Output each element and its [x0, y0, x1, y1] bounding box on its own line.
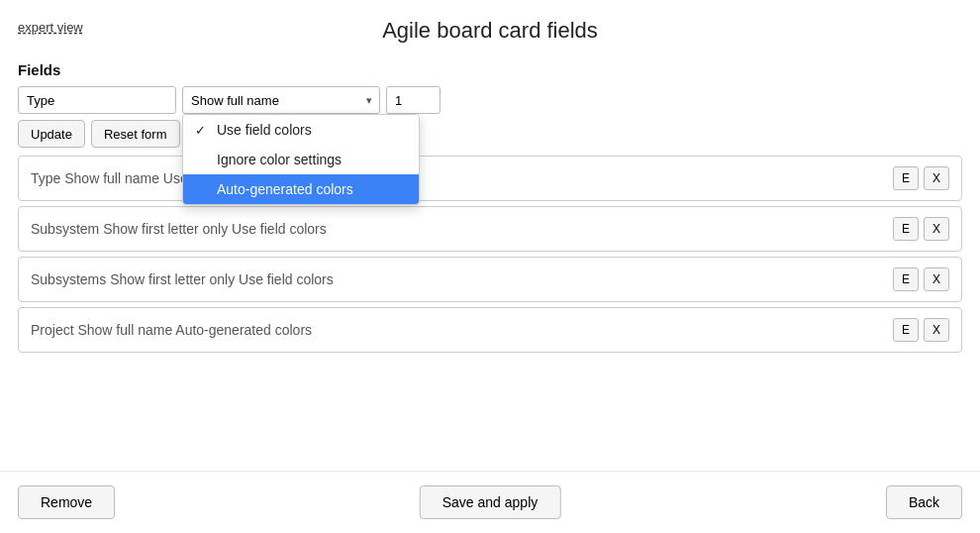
dropdown-item-auto-generated[interactable]: Auto-generated colors	[183, 174, 419, 204]
field-row-actions: E X	[893, 217, 949, 241]
footer-bar: Remove Save and apply Back	[0, 471, 980, 533]
edit-button-1[interactable]: E	[893, 217, 919, 241]
fields-label: Fields	[18, 61, 962, 78]
delete-button-3[interactable]: X	[924, 318, 949, 342]
field-row-text: Type Show full name Use field colors	[31, 170, 893, 186]
field-row-actions: E X	[893, 267, 949, 291]
dropdown-item-use-field-colors[interactable]: Use field colors	[183, 115, 419, 145]
delete-button-2[interactable]: X	[924, 267, 949, 291]
expert-view-link[interactable]: expert view	[18, 20, 83, 35]
field-row-text: Project Show full name Auto-generated co…	[31, 322, 893, 338]
delete-button-1[interactable]: X	[924, 217, 949, 241]
field-rows-container: Type Show full name Use field colors E X…	[18, 156, 962, 358]
color-dropdown-menu: Use field colors Ignore color settings A…	[182, 114, 420, 205]
form-actions-row: Update Reset form	[18, 120, 962, 148]
field-row-actions: E X	[893, 166, 949, 190]
field-row: Project Show full name Auto-generated co…	[18, 307, 962, 353]
edit-button-0[interactable]: E	[893, 166, 919, 190]
field-row-actions: E X	[893, 318, 949, 342]
page-title: Agile board card fields	[0, 18, 980, 44]
field-row: Subsystem Show first letter only Use fie…	[18, 206, 962, 252]
type-input[interactable]	[18, 86, 176, 114]
footer-center: Save and apply	[420, 485, 561, 519]
field-row: Subsystems Show first letter only Use fi…	[18, 257, 962, 302]
save-and-apply-button[interactable]: Save and apply	[420, 485, 561, 519]
color-dropdown-button[interactable]: Show full name	[182, 86, 380, 114]
number-input[interactable]	[386, 86, 441, 114]
field-row-text: Subsystem Show first letter only Use fie…	[31, 221, 893, 237]
back-button[interactable]: Back	[886, 485, 962, 519]
edit-button-3[interactable]: E	[893, 318, 919, 342]
dropdown-wrapper: Show full name Use field colors Ignore c…	[182, 86, 380, 114]
form-row: Show full name Use field colors Ignore c…	[18, 86, 962, 114]
delete-button-0[interactable]: X	[924, 166, 949, 190]
field-row-text: Subsystems Show first letter only Use fi…	[31, 271, 893, 287]
update-button[interactable]: Update	[18, 120, 85, 148]
remove-button[interactable]: Remove	[18, 485, 115, 519]
reset-form-button[interactable]: Reset form	[91, 120, 180, 148]
edit-button-2[interactable]: E	[893, 267, 919, 291]
field-row: Type Show full name Use field colors E X	[18, 156, 962, 201]
dropdown-item-ignore-color[interactable]: Ignore color settings	[183, 145, 419, 174]
